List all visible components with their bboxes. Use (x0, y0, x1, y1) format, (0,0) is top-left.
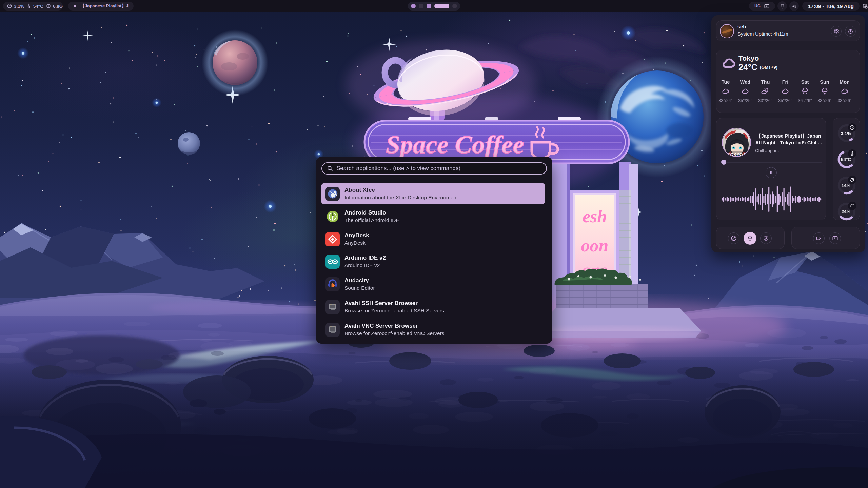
svg-text:24%: 24% (841, 209, 850, 214)
svg-text:3.1%: 3.1% (841, 131, 851, 136)
svg-text:14%: 14% (841, 183, 850, 188)
svg-text:esh: esh (583, 207, 607, 226)
svg-text:oon: oon (581, 236, 609, 255)
svg-text:54°C: 54°C (841, 157, 851, 162)
svg-text:Space Coffee: Space Coffee (386, 131, 524, 159)
svg-text:TOKYO L: TOKYO L (728, 152, 747, 157)
